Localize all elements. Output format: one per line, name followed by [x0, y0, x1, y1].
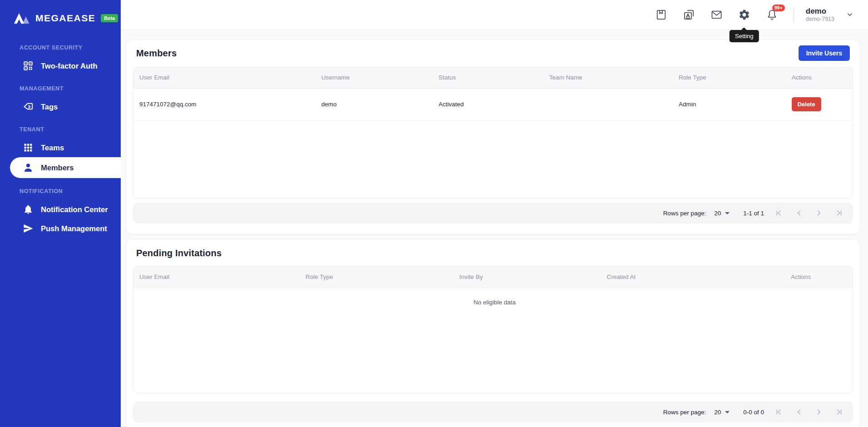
sidebar-item-label: Push Management	[41, 224, 107, 233]
mail-icon[interactable]	[710, 9, 723, 21]
first-page-icon[interactable]	[774, 407, 784, 417]
user-menu[interactable]: demo demo-7913	[806, 7, 854, 23]
column-header-actions: Actions	[786, 67, 853, 88]
sidebar-item-label: Tags	[41, 103, 58, 111]
delete-member-button[interactable]: Delete	[792, 97, 821, 111]
beta-badge: Beta	[101, 14, 118, 22]
person-icon	[23, 162, 34, 173]
qr-code-icon	[23, 60, 34, 71]
sidebar-item-push-management[interactable]: Push Management	[0, 219, 121, 238]
pending-invitations-table: User Email Role Type Invite By Created A…	[133, 266, 853, 393]
column-header-role-type: Role Type	[300, 267, 454, 288]
settings-icon[interactable]: Setting	[738, 9, 750, 21]
pending-invitations-title: Pending Invitations	[136, 248, 222, 258]
sidebar-item-label: Members	[41, 164, 74, 172]
members-table-header-row: User Email Username Status Team Name Rol…	[133, 67, 853, 88]
empty-state-text: No eligible data	[133, 288, 853, 393]
sidebar-section-tenant: TENANT	[20, 126, 110, 133]
brand-logo[interactable]: MEGAEASE Beta	[0, 0, 121, 35]
members-card: Members Invite Users User Email Username…	[126, 40, 860, 234]
caret-down-icon	[725, 411, 730, 413]
pending-table-header-row: User Email Role Type Invite By Created A…	[133, 267, 853, 288]
members-table-filler	[133, 120, 853, 198]
column-header-invite-by: Invite By	[454, 267, 601, 288]
last-page-icon[interactable]	[834, 407, 844, 417]
pending-invitations-card: Pending Invitations User Email Role Type…	[126, 239, 860, 427]
notifications-icon[interactable]: 99+	[766, 9, 778, 21]
send-icon	[23, 223, 34, 234]
member-team-name	[543, 88, 673, 120]
column-header-role-type: Role Type	[673, 67, 786, 88]
sidebar-item-teams[interactable]: Teams	[0, 138, 121, 157]
rows-per-page-label: Rows per page:	[663, 210, 706, 217]
sidebar-section-notification: NOTIFICATION	[20, 188, 110, 194]
rows-per-page-select[interactable]: 20	[714, 409, 730, 416]
pagination-range: 1-1 of 1	[743, 210, 764, 217]
sidebar-item-label: Teams	[41, 144, 64, 152]
member-row: 917471072@qq.com demo Activated Admin De…	[133, 88, 853, 120]
previous-page-icon[interactable]	[794, 407, 804, 417]
next-page-icon[interactable]	[814, 208, 824, 218]
language-icon[interactable]	[683, 9, 695, 21]
column-header-user-email: User Email	[133, 67, 316, 88]
bookmark-icon[interactable]	[655, 9, 667, 21]
header-divider	[794, 7, 794, 23]
grid-icon	[23, 142, 34, 153]
bell-icon	[23, 204, 34, 215]
column-header-user-email: User Email	[133, 267, 300, 288]
invite-users-button[interactable]: Invite Users	[799, 45, 850, 61]
members-title: Members	[136, 48, 177, 59]
sidebar-item-label: Two-factor Auth	[41, 62, 98, 70]
column-header-team-name: Team Name	[543, 67, 673, 88]
chevron-down-icon	[845, 10, 854, 19]
column-header-username: Username	[316, 67, 433, 88]
sidebar-section-management: MANAGEMENT	[20, 85, 110, 92]
last-page-icon[interactable]	[834, 208, 844, 218]
top-header: Setting 99+ demo demo-7913	[121, 0, 868, 30]
column-header-actions: Actions	[785, 267, 853, 288]
members-pagination: Rows per page: 20 1-1 of 1	[133, 203, 853, 223]
member-role-type: Admin	[673, 88, 786, 120]
column-header-status: Status	[433, 67, 543, 88]
brand-name: MEGAEASE	[35, 13, 95, 24]
member-status: Activated	[433, 88, 543, 120]
user-org: demo-7913	[806, 15, 834, 23]
pagination-range: 0-0 of 0	[743, 409, 764, 416]
sidebar: MEGAEASE Beta ACCOUNT SECURITY	[0, 0, 121, 427]
member-user-email: 917471072@qq.com	[133, 88, 316, 120]
caret-down-icon	[725, 212, 730, 214]
sidebar-item-two-factor-auth[interactable]: Two-factor Auth	[0, 56, 121, 75]
main-content: Members Invite Users User Email Username…	[121, 30, 868, 427]
user-name: demo	[806, 7, 834, 16]
pending-pagination: Rows per page: 20 0-0 of 0	[133, 402, 853, 422]
notification-count-badge: 99+	[772, 5, 785, 11]
rows-per-page-label: Rows per page:	[663, 409, 706, 416]
rows-per-page-select[interactable]: 20	[714, 210, 730, 217]
first-page-icon[interactable]	[774, 208, 784, 218]
column-header-created-at: Created At	[601, 267, 785, 288]
sidebar-item-members[interactable]: Members	[10, 157, 121, 178]
sidebar-section-account-security: ACCOUNT SECURITY	[20, 45, 110, 51]
mountain-logo-icon	[13, 11, 31, 25]
pending-empty-row: No eligible data	[133, 288, 853, 393]
tag-icon	[23, 101, 34, 112]
sidebar-item-label: Notification Center	[41, 205, 108, 214]
members-table: User Email Username Status Team Name Rol…	[133, 67, 853, 199]
setting-tooltip: Setting	[730, 30, 759, 42]
previous-page-icon[interactable]	[794, 208, 804, 218]
next-page-icon[interactable]	[814, 407, 824, 417]
member-username: demo	[316, 88, 433, 120]
sidebar-item-notification-center[interactable]: Notification Center	[0, 200, 121, 219]
sidebar-item-tags[interactable]: Tags	[0, 97, 121, 116]
